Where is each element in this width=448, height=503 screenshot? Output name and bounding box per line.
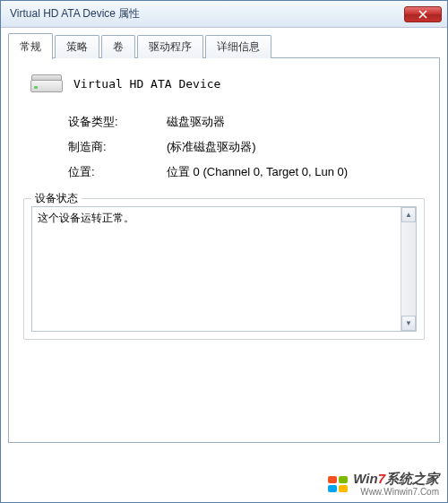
close-button[interactable] [404, 6, 442, 22]
close-icon [418, 10, 427, 19]
chevron-up-icon: ▲ [405, 211, 412, 219]
label-device-type: 设备类型: [68, 114, 167, 130]
device-status-textarea[interactable]: 这个设备运转正常。 ▲ ▼ [31, 206, 417, 332]
device-status-legend: 设备状态 [31, 191, 82, 206]
chevron-down-icon: ▼ [405, 319, 412, 327]
row-manufacturer: 制造商: (标准磁盘驱动器) [68, 139, 425, 155]
value-device-type: 磁盘驱动器 [167, 114, 425, 130]
device-info-table: 设备类型: 磁盘驱动器 制造商: (标准磁盘驱动器) 位置: 位置 0 (Cha… [68, 114, 425, 180]
device-status-group: 设备状态 这个设备运转正常。 ▲ ▼ [23, 198, 425, 340]
value-location: 位置 0 (Channel 0, Target 0, Lun 0) [167, 164, 425, 180]
tab-policies[interactable]: 策略 [55, 35, 99, 58]
watermark-prefix: Win [353, 471, 377, 486]
tab-general[interactable]: 常规 [8, 33, 53, 59]
row-device-type: 设备类型: 磁盘驱动器 [68, 114, 425, 130]
disk-drive-icon [30, 71, 63, 96]
label-manufacturer: 制造商: [68, 139, 167, 155]
tab-details[interactable]: 详细信息 [205, 35, 271, 58]
tab-strip: 常规 策略 卷 驱动程序 详细信息 [8, 33, 440, 58]
windows-logo-icon [328, 476, 348, 492]
scroll-down-button[interactable]: ▼ [401, 316, 416, 331]
watermark-url: Www.Winwin7.Com [353, 487, 439, 498]
device-name: Virtual HD ATA Device [73, 77, 220, 91]
watermark-highlight: 7 [378, 471, 385, 486]
watermark-text: Win7系统之家 Www.Winwin7.Com [353, 471, 439, 498]
tab-container: 常规 策略 卷 驱动程序 详细信息 Virtual HD ATA Device … [1, 28, 447, 443]
scrollbar-vertical[interactable]: ▲ ▼ [401, 207, 416, 331]
label-location: 位置: [68, 164, 167, 180]
watermark-suffix: 系统之家 [385, 471, 439, 486]
title-bar: Virtual HD ATA Device 属性 [1, 1, 447, 28]
scroll-up-button[interactable]: ▲ [401, 207, 416, 222]
device-header: Virtual HD ATA Device [23, 71, 425, 96]
tab-panel-general: Virtual HD ATA Device 设备类型: 磁盘驱动器 制造商: (… [8, 57, 440, 443]
value-manufacturer: (标准磁盘驱动器) [167, 139, 425, 155]
tab-volumes[interactable]: 卷 [101, 35, 135, 58]
window-title: Virtual HD ATA Device 属性 [10, 6, 140, 22]
row-location: 位置: 位置 0 (Channel 0, Target 0, Lun 0) [68, 164, 425, 180]
tab-driver[interactable]: 驱动程序 [137, 35, 203, 58]
properties-dialog: Virtual HD ATA Device 属性 常规 策略 卷 驱动程序 详细… [0, 0, 448, 503]
watermark: Win7系统之家 Www.Winwin7.Com [328, 471, 439, 498]
device-status-text: 这个设备运转正常。 [38, 212, 134, 224]
